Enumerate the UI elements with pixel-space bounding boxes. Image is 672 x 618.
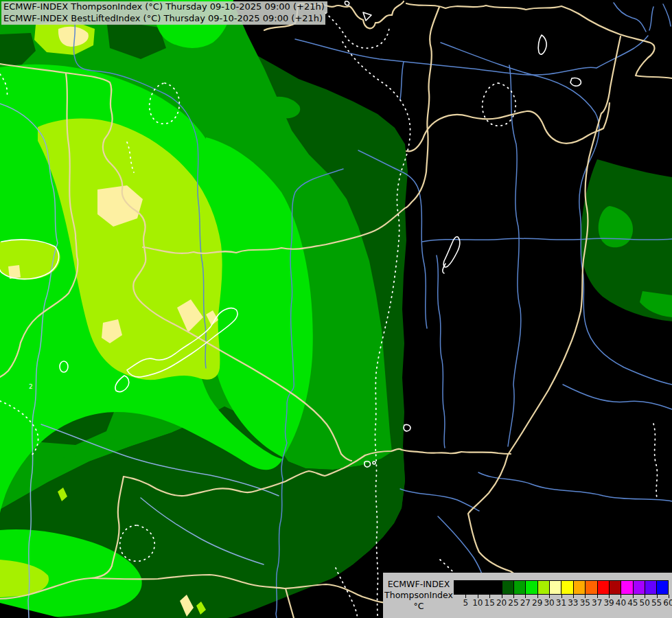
contour-label-two: 2: [29, 383, 33, 390]
legend-swatch: [633, 580, 645, 595]
legend-tick-label: 15: [485, 598, 495, 608]
legend-swatch: [454, 580, 465, 595]
legend-title-index: ThompsonIndex: [383, 590, 454, 600]
legend-tick-label: 10: [472, 598, 483, 608]
legend-unit: °C: [383, 601, 454, 611]
legend-swatch: [525, 580, 537, 595]
header-line-best-lifted-index: ECMWF-INDEX BestLiftedIndex (°C) Thursda…: [1, 13, 325, 25]
legend-swatch: [502, 580, 513, 595]
legend-colorbar: [454, 580, 669, 595]
legend-tick-label: 29: [532, 598, 542, 608]
legend-tick-label: 37: [592, 598, 602, 608]
legend-tick-label: 20: [496, 598, 507, 608]
weather-map-screen: 2 ECMWF-INDEX ThompsonIndex (°C) Thursda…: [0, 0, 672, 618]
legend-tick-label: 40: [616, 598, 626, 608]
legend-tick-label: 60: [663, 598, 672, 608]
legend-swatch: [561, 580, 572, 595]
legend-tick-label: 45: [627, 598, 638, 608]
legend-swatch: [645, 580, 656, 595]
legend-tick-label: 35: [580, 598, 590, 608]
legend-tick-label: 33: [568, 598, 578, 608]
legend-swatch: [656, 580, 668, 595]
legend-title-model: ECMWF-INDEX: [383, 579, 454, 589]
legend-swatch: [478, 580, 489, 595]
legend-swatch: [489, 580, 501, 595]
legend-swatch: [585, 580, 596, 595]
legend-swatch: [609, 580, 621, 595]
legend-swatch: [465, 580, 477, 595]
map-canvas: 2: [0, 0, 672, 618]
legend-box: ECMWF-INDEX ThompsonIndex °C 51015202527…: [383, 573, 672, 618]
legend-tick-label: 5: [463, 598, 469, 608]
legend-swatch: [573, 580, 585, 595]
legend-swatch: [537, 580, 549, 595]
legend-tick-label: 27: [520, 598, 531, 608]
legend-swatch: [513, 580, 525, 595]
legend-tick-label: 30: [544, 598, 554, 608]
header-line-thompson-index: ECMWF-INDEX ThompsonIndex (°C) Thursday …: [1, 1, 327, 13]
legend-tick-label: 50: [640, 598, 650, 608]
legend-swatch: [621, 580, 632, 595]
legend-tick-label: 39: [603, 598, 614, 608]
legend-tick-label: 55: [651, 598, 662, 608]
legend-swatch: [549, 580, 561, 595]
legend-tick-label: 25: [508, 598, 518, 608]
legend-swatch: [597, 580, 609, 595]
legend-tick-label: 31: [556, 598, 566, 608]
